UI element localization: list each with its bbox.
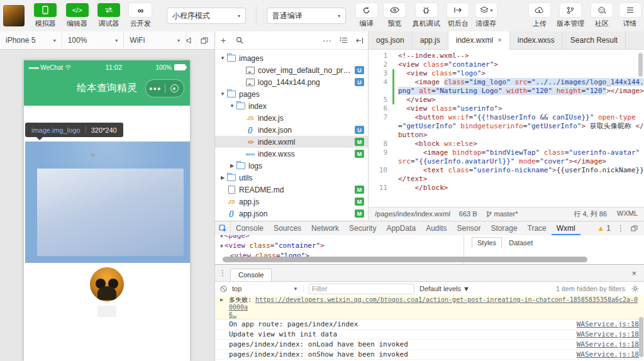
source-link[interactable]: WAService.js:18 [570, 350, 639, 359]
preview-button[interactable]: 预览 [380, 3, 409, 28]
devtools-tab-console[interactable]: Console [231, 221, 269, 235]
tree-item-index.wxss[interactable]: wxssindex.wxssM [215, 148, 368, 160]
code-line-10: 10 <text class="userinfo-nickname">{{use… [369, 166, 644, 184]
warning-count[interactable]: ▲1 [597, 224, 611, 233]
simulator-button[interactable]: 模拟器 [30, 3, 61, 28]
tree-item-logs[interactable]: ▶logs [215, 160, 368, 172]
editor-tab-index.wxss[interactable]: index.wxss [510, 31, 563, 49]
context-select[interactable]: top ▼ [232, 285, 304, 292]
code-text: <image bindtap="bindViewTap" class="user… [398, 148, 644, 166]
compile-mode-select[interactable]: 普通编译 ▾ [267, 8, 346, 24]
home-target-icon[interactable] [165, 84, 184, 92]
source-link[interactable]: WAService.js:18 [570, 330, 639, 339]
version-manage-button[interactable]: 版本管理 [553, 3, 587, 28]
close-tab-icon[interactable]: × [497, 36, 502, 45]
devtools-tab-audits[interactable]: Audits [421, 221, 452, 235]
gear-icon[interactable] [631, 285, 639, 292]
logo-image-placeholder [37, 169, 184, 256]
devtools-tab-trace[interactable]: Trace [523, 221, 552, 235]
devtools-tab-sources[interactable]: Sources [269, 221, 306, 235]
cursor-position[interactable]: 行 4, 列 86 [574, 209, 607, 219]
more-icon[interactable]: ··· [319, 35, 335, 45]
mode-select[interactable]: 小程序模式 ▾ [167, 8, 246, 24]
wxml-node[interactable]: ▼<view class="container"> [220, 241, 468, 251]
tree-item-utils[interactable]: ▶utils [215, 172, 368, 184]
editor-tab-index.wxml[interactable]: index.wxml× [448, 31, 510, 50]
console-tab[interactable]: Console [230, 269, 272, 281]
switch-background-button[interactable]: 切后台 [444, 3, 472, 28]
status-badge: M [355, 197, 364, 206]
close-icon[interactable]: × [624, 269, 644, 278]
userinfo-avatar[interactable] [90, 267, 124, 301]
editor-tab-ogs.json[interactable]: ogs.json [369, 31, 413, 49]
console-scrollbar[interactable] [639, 317, 643, 357]
tree-item-index[interactable]: ▼index [215, 100, 368, 112]
tree-item-index.json[interactable]: {}index.jsonU [215, 124, 368, 136]
community-button[interactable]: 社区 [587, 3, 616, 28]
inspect-element-icon[interactable] [215, 221, 231, 235]
clear-cache-button[interactable]: ▾ 清缓存 [472, 3, 501, 28]
popout-window-icon[interactable] [201, 37, 208, 44]
levels-select[interactable]: Default levels ▼ [419, 285, 470, 292]
new-file-icon[interactable]: + [215, 35, 231, 45]
wxml-node[interactable]: ▼<page> [220, 235, 468, 241]
tree-item-logo_144x144.png[interactable]: logo_144x144.pngU [215, 76, 368, 88]
language-mode[interactable]: WXML [617, 209, 638, 219]
search-icon[interactable] [231, 36, 248, 44]
details-button[interactable]: 详情 [616, 3, 644, 28]
devtools-tab-appdata[interactable]: AppData [381, 221, 421, 235]
source-link[interactable]: WAService.js:18 [570, 319, 639, 329]
devtools-tab-security[interactable]: Security [344, 221, 381, 235]
warning-link[interactable]: https://developers.weixin.qq.com/btoqos.… [229, 296, 638, 311]
upload-button[interactable]: 上传 [525, 3, 553, 28]
devtools-tab-storage[interactable]: Storage [486, 221, 523, 235]
device-debug-button[interactable]: 真机调试 [409, 3, 444, 28]
horizontal-scrollbar[interactable] [223, 257, 587, 262]
clear-console-icon[interactable] [220, 286, 227, 292]
phone-screen[interactable]: ●●●●● WeChat 11:02 100% 绘本查询精灵 ●●● image… [24, 60, 190, 361]
editor-tab-Search Result[interactable]: Search Result [563, 31, 626, 49]
community-face-icon [591, 3, 613, 17]
git-branch[interactable]: master* [486, 210, 518, 218]
source-link[interactable]: WAService.js:18 [570, 340, 639, 349]
phone-icon [34, 3, 57, 17]
more-dots-icon[interactable]: ●●● [146, 86, 165, 92]
tree-item-index.js[interactable]: JSindex.js [215, 112, 368, 124]
tree-item-cover_img_default_no_projection.png[interactable]: cover_img_default_no_projection.pngU [215, 64, 368, 76]
network-select[interactable]: WiFi ▾ [124, 31, 186, 49]
user-avatar[interactable] [3, 5, 25, 26]
device-select[interactable]: iPhone 5 ▾ [0, 31, 62, 49]
tree-item-pages[interactable]: ▼pages [215, 88, 368, 100]
speaker-icon[interactable] [186, 37, 193, 44]
editor-button[interactable]: </> 编辑器 [61, 3, 92, 28]
compile-button[interactable]: 编译 [352, 3, 380, 28]
expand-icon[interactable]: ▶ [220, 296, 223, 304]
kebab-menu-icon[interactable]: ⋮ [617, 224, 625, 233]
code-area[interactable]: 1<!--index.wxml-->2<view class="containe… [369, 49, 644, 208]
console-warning-row[interactable]: ▶多失败: https://developers.weixin.qq.com/b… [215, 296, 644, 319]
dock-icon[interactable] [631, 225, 638, 231]
highlighted-image-element[interactable]: + [25, 142, 190, 263]
tree-item-app.json[interactable]: {}app.jsonM [215, 208, 368, 219]
editor-tabs: ogs.jsonapp.jsindex.wxml×index.wxssSearc… [369, 31, 644, 50]
tab-dataset[interactable]: Dataset [504, 238, 538, 248]
editor-tab-app.js[interactable]: app.js [413, 31, 448, 49]
tree-item-README.md[interactable]: README.mdM [215, 184, 368, 196]
debugger-button[interactable]: 调试器 [93, 3, 125, 28]
zoom-select[interactable]: 100% ▾ [62, 31, 125, 49]
editor-scrollbar[interactable] [638, 53, 643, 77]
devtools-tab-sensor[interactable]: Sensor [452, 221, 486, 235]
status-badge: U [355, 66, 364, 74]
devtools-tab-wxml[interactable]: Wxml [552, 221, 580, 235]
cloud-dev-button[interactable]: ∞ 云开发 [125, 3, 156, 28]
kebab-menu-icon[interactable]: ⋮ [215, 269, 230, 277]
tree-item-images[interactable]: ▼images [215, 52, 368, 64]
tab-styles[interactable]: Styles [472, 237, 502, 248]
devtools-tab-network[interactable]: Network [306, 221, 344, 235]
tree-item-index.wxml[interactable]: <>index.wxmlM [215, 136, 368, 148]
filter-input[interactable] [309, 284, 414, 294]
collapse-panel-icon[interactable] [352, 37, 368, 44]
tree-item-app.js[interactable]: JSapp.jsM [215, 196, 368, 208]
warning-link[interactable]: 6… [229, 311, 236, 318]
sort-list-icon[interactable] [335, 37, 352, 43]
